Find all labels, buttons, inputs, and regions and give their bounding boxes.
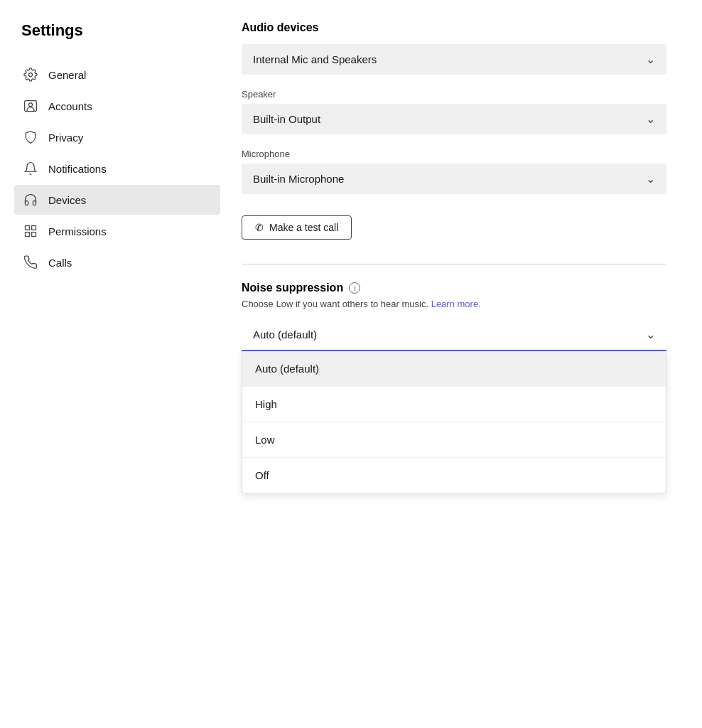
noise-option-off[interactable]: Off	[242, 458, 666, 493]
sidebar-item-label-general: General	[48, 69, 86, 81]
speaker-dropdown[interactable]: Built-in Output ⌄	[242, 104, 666, 134]
section-divider	[242, 264, 666, 264]
phone-icon	[23, 255, 38, 270]
microphone-label: Microphone	[242, 149, 666, 159]
test-call-label: Make a test call	[269, 222, 338, 233]
sidebar-item-calls[interactable]: Calls	[14, 247, 220, 277]
noise-subtitle-text: Choose Low if you want others to hear mu…	[242, 299, 428, 309]
noise-option-auto-label: Auto (default)	[255, 363, 319, 375]
noise-option-auto[interactable]: Auto (default)	[242, 351, 666, 387]
svg-rect-1	[25, 101, 37, 112]
audio-device-value: Internal Mic and Speakers	[253, 53, 377, 65]
noise-suppression-dropdown[interactable]: Auto (default) ⌄	[242, 319, 666, 351]
accounts-icon	[23, 98, 38, 114]
noise-suppression-chevron-icon: ⌄	[646, 328, 655, 341]
audio-section-title: Audio devices	[242, 21, 666, 34]
noise-option-off-label: Off	[255, 469, 269, 481]
audio-device-dropdown[interactable]: Internal Mic and Speakers ⌄	[242, 44, 666, 75]
sidebar-item-label-calls: Calls	[48, 257, 72, 269]
noise-suppression-menu: Auto (default) High Low Off	[242, 351, 666, 493]
noise-section: Noise suppression i Choose Low if you wa…	[242, 282, 666, 493]
noise-option-low[interactable]: Low	[242, 422, 666, 458]
audio-section: Audio devices Internal Mic and Speakers …	[242, 21, 666, 247]
noise-section-title: Noise suppression	[242, 282, 343, 294]
svg-rect-5	[26, 232, 30, 237]
sidebar-item-label-accounts: Accounts	[48, 100, 92, 112]
svg-rect-3	[26, 226, 30, 230]
shield-icon	[23, 129, 38, 145]
sidebar-item-label-permissions: Permissions	[48, 225, 107, 237]
microphone-chevron-icon: ⌄	[646, 172, 655, 186]
test-call-button[interactable]: ✆ Make a test call	[242, 215, 352, 240]
sidebar-item-label-notifications: Notifications	[48, 163, 107, 175]
sidebar-item-general[interactable]: General	[14, 60, 220, 90]
noise-subtitle: Choose Low if you want others to hear mu…	[242, 299, 666, 309]
bell-icon	[23, 161, 38, 176]
noise-option-low-label: Low	[255, 434, 275, 446]
microphone-value: Built-in Microphone	[253, 173, 344, 185]
microphone-wrapper: Microphone Built-in Microphone ⌄	[242, 149, 666, 194]
sidebar-item-devices[interactable]: Devices	[14, 185, 220, 215]
svg-point-2	[29, 103, 33, 107]
sidebar-item-privacy[interactable]: Privacy	[14, 122, 220, 152]
noise-suppression-value: Auto (default)	[253, 328, 317, 341]
page-title: Settings	[14, 21, 220, 40]
speaker-label: Speaker	[242, 89, 666, 100]
svg-rect-4	[32, 226, 36, 230]
audio-device-chevron-icon: ⌄	[646, 53, 655, 66]
audio-device-wrapper: Internal Mic and Speakers ⌄	[242, 44, 666, 75]
sidebar-item-notifications[interactable]: Notifications	[14, 154, 220, 183]
sidebar-item-label-privacy: Privacy	[48, 132, 83, 144]
microphone-dropdown[interactable]: Built-in Microphone ⌄	[242, 164, 666, 194]
noise-option-high[interactable]: High	[242, 387, 666, 422]
sidebar-item-accounts[interactable]: Accounts	[14, 91, 220, 121]
noise-section-header: Noise suppression i	[242, 282, 666, 294]
speaker-wrapper: Speaker Built-in Output ⌄	[242, 89, 666, 134]
phone-call-icon: ✆	[255, 222, 264, 233]
speaker-chevron-icon: ⌄	[646, 112, 655, 126]
page-container: Settings General Accounts	[0, 0, 702, 728]
main-content: Audio devices Internal Mic and Speakers …	[220, 21, 702, 728]
speaker-value: Built-in Output	[253, 113, 320, 125]
svg-point-0	[29, 73, 33, 77]
sidebar: Settings General Accounts	[0, 21, 220, 728]
info-icon[interactable]: i	[349, 282, 360, 294]
gear-icon	[23, 67, 38, 82]
noise-option-high-label: High	[255, 398, 277, 410]
svg-rect-6	[32, 232, 36, 237]
sidebar-item-permissions[interactable]: Permissions	[14, 216, 220, 246]
grid-icon	[23, 223, 38, 239]
learn-more-link[interactable]: Learn more.	[431, 299, 481, 309]
sidebar-item-label-devices: Devices	[48, 194, 86, 206]
headset-icon	[23, 192, 38, 208]
